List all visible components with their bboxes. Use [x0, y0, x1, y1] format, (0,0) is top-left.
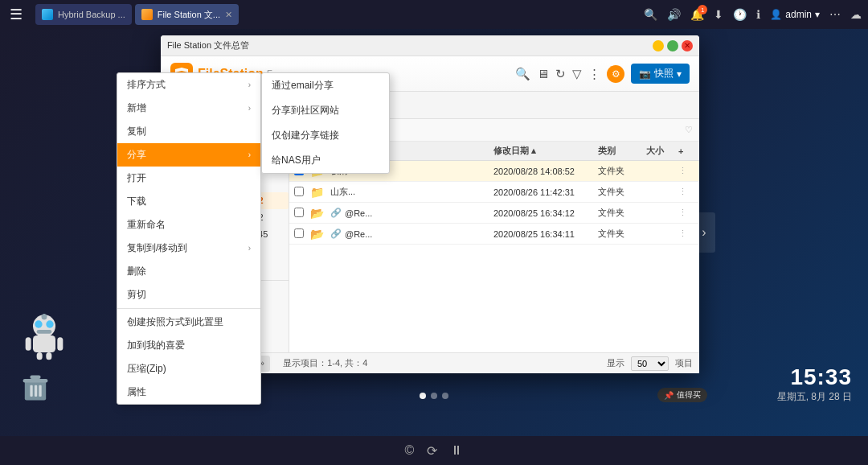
trash-desktop-icon[interactable] — [18, 370, 53, 405]
file-row-4[interactable]: 📂 🔗 @Re... 2020/08/25 16:34:11 文件夹 ⋮ — [289, 224, 699, 245]
file-type-2: 文件夹 — [598, 186, 646, 198]
ctx-sep-1 — [117, 308, 260, 309]
fs-refresh-icon[interactable]: ↻ — [555, 67, 566, 81]
window-minimize[interactable] — [653, 40, 664, 51]
bottom-icon-3[interactable]: ⏸ — [450, 443, 463, 458]
window-controls: ✕ — [653, 40, 693, 51]
taskbar: ☰ Hybrid Backup ... File Station 文... ✕ … — [0, 0, 868, 29]
nav-dot-3[interactable] — [442, 393, 448, 399]
file-check-4[interactable] — [294, 228, 310, 240]
share-indicator-4: 🔗 — [330, 228, 342, 239]
nav-dot-1[interactable] — [420, 393, 426, 399]
ctx-sort[interactable]: 排序方式 › — [117, 73, 260, 97]
zhidemai-icon: 📌 — [664, 391, 674, 400]
col-action-header[interactable]: + — [678, 146, 694, 156]
ctx-rename[interactable]: 重新命名 — [117, 213, 260, 237]
bottom-bar: © ⟳ ⏸ — [0, 436, 868, 465]
ctx-zip[interactable]: 压缩(Zip) — [117, 357, 260, 381]
window-maximize[interactable] — [667, 40, 678, 51]
file-check-3[interactable] — [294, 208, 310, 219]
ctx-new[interactable]: 新增 › — [117, 97, 260, 120]
notification-badge: 1 — [698, 5, 707, 14]
user-icon: 👤 — [770, 9, 782, 20]
file-date-4: 2020/08/25 16:34:11 — [493, 229, 598, 239]
heart-icon[interactable]: ♡ — [685, 125, 693, 135]
show-count-select[interactable]: 50 100 200 — [631, 356, 669, 371]
svg-rect-14 — [30, 385, 32, 397]
tab-close-icon[interactable]: ✕ — [225, 10, 232, 20]
svg-rect-16 — [39, 385, 41, 397]
share-indicator-3: 🔗 — [330, 208, 342, 218]
robot-icon — [16, 307, 72, 364]
svg-rect-12 — [23, 379, 48, 382]
ctx-cut[interactable]: 剪切 — [117, 283, 260, 307]
ctx-favorites[interactable]: 加到我的喜爱 — [117, 334, 260, 357]
submenu-community-share[interactable]: 分享到社区网站 — [262, 98, 389, 123]
file-action-2[interactable]: ⋮ — [678, 187, 694, 197]
ctx-delete[interactable]: 删除 — [117, 260, 260, 283]
svg-rect-15 — [35, 385, 37, 397]
window-titlebar: File Station 文件总管 ✕ — [161, 35, 699, 56]
col-type-header[interactable]: 类别 — [598, 145, 646, 157]
more-icon[interactable]: ⋯ — [829, 8, 841, 21]
search-icon[interactable]: 🔍 — [644, 8, 657, 21]
fs-filter-icon[interactable]: ▽ — [572, 67, 582, 81]
ctx-download[interactable]: 下载 — [117, 190, 260, 213]
tab-hybrid[interactable]: Hybrid Backup ... — [35, 4, 132, 25]
admin-menu[interactable]: 👤 admin ▾ — [770, 9, 820, 20]
submenu-nas-share[interactable]: 给NAS用户 — [262, 148, 389, 173]
ctx-movecopy[interactable]: 复制到/移动到 › — [117, 237, 260, 260]
nav-dot-2[interactable] — [431, 393, 437, 399]
fs-search-icon[interactable]: 🔍 — [515, 67, 530, 81]
window-title: File Station 文件总管 — [167, 39, 653, 51]
file-date-2: 2020/08/26 11:42:31 — [493, 187, 598, 197]
svg-point-2 — [35, 320, 42, 327]
clock-area: 15:33 星期五, 8月 28 日 — [777, 364, 852, 404]
cloud-icon[interactable]: ☁ — [850, 8, 862, 21]
context-menu: 排序方式 › 新增 › 复制 分享 › 打开 下载 重新命名 复制到/移动到 ›… — [117, 72, 261, 405]
submenu-email-share[interactable]: 通过email分享 — [262, 73, 389, 98]
fs-settings-icon[interactable]: ⚙ — [607, 65, 624, 83]
tab-filestation[interactable]: File Station 文... ✕ — [135, 4, 239, 25]
bottom-icon-2[interactable]: ⟳ — [427, 443, 437, 459]
ctx-compress-here[interactable]: 创建按照方式到此置里 — [117, 311, 260, 334]
desktop: ☁ 📁 ⬇ ⚙ ↑ ☁ — [0, 29, 868, 436]
zhidemai-badge[interactable]: 📌 值得买 — [657, 388, 707, 402]
nav-dots — [420, 393, 448, 399]
ctx-sort-arrow: › — [248, 80, 251, 89]
info-icon[interactable]: ℹ — [756, 8, 760, 21]
fs-more-icon[interactable]: ⋮ — [588, 67, 600, 81]
volume-icon[interactable]: 🔊 — [667, 8, 681, 21]
hamburger-icon[interactable]: ☰ — [6, 2, 26, 27]
ctx-copy[interactable]: 复制 — [117, 120, 260, 143]
ctx-open[interactable]: 打开 — [117, 167, 260, 190]
file-action-1[interactable]: ⋮ — [678, 166, 694, 176]
download-icon[interactable]: ⬇ — [714, 8, 723, 21]
file-action-4[interactable]: ⋮ — [678, 228, 694, 239]
notification-icon[interactable]: 🔔 1 — [690, 8, 704, 21]
items-unit-label: 项目 — [675, 357, 693, 369]
svg-rect-1 — [33, 335, 55, 352]
file-name-2: 📁 山东... — [310, 186, 493, 199]
fs-header-tools: 🔍 🖥 ↻ ▽ ⋮ ⚙ — [515, 65, 624, 83]
submenu-create-link[interactable]: 仅创建分享链接 — [262, 123, 389, 148]
col-date-header[interactable]: 修改日期 ▴ — [493, 145, 598, 157]
file-name-4: 📂 🔗 @Re... — [310, 228, 493, 241]
fs-monitor-icon[interactable]: 🖥 — [537, 67, 549, 80]
file-action-3[interactable]: ⋮ — [678, 208, 694, 218]
col-size-header[interactable]: 大小 — [646, 145, 678, 157]
file-row-2[interactable]: 📁 山东... 2020/08/26 11:42:31 文件夹 ⋮ — [289, 182, 699, 203]
file-row-3[interactable]: 📂 🔗 @Re... 2020/08/25 16:34:12 文件夹 ⋮ — [289, 203, 699, 224]
file-check-2[interactable] — [294, 187, 310, 198]
window-close[interactable]: ✕ — [682, 40, 693, 51]
taskbar-right: 🔍 🔊 🔔 1 ⬇ 🕐 ℹ 👤 admin ▾ ⋯ ☁ — [644, 8, 862, 21]
admin-arrow-icon: ▾ — [815, 9, 820, 20]
svg-rect-6 — [57, 337, 63, 350]
bottom-icon-1[interactable]: © — [405, 443, 415, 458]
clock-icon[interactable]: 🕐 — [733, 8, 747, 21]
ctx-share[interactable]: 分享 › — [117, 143, 260, 167]
svg-rect-5 — [26, 337, 31, 350]
ctx-properties[interactable]: 属性 — [117, 381, 260, 404]
filestation-tab-icon — [141, 9, 153, 20]
fs-quick-btn[interactable]: 📷 快照 ▾ — [631, 64, 690, 84]
